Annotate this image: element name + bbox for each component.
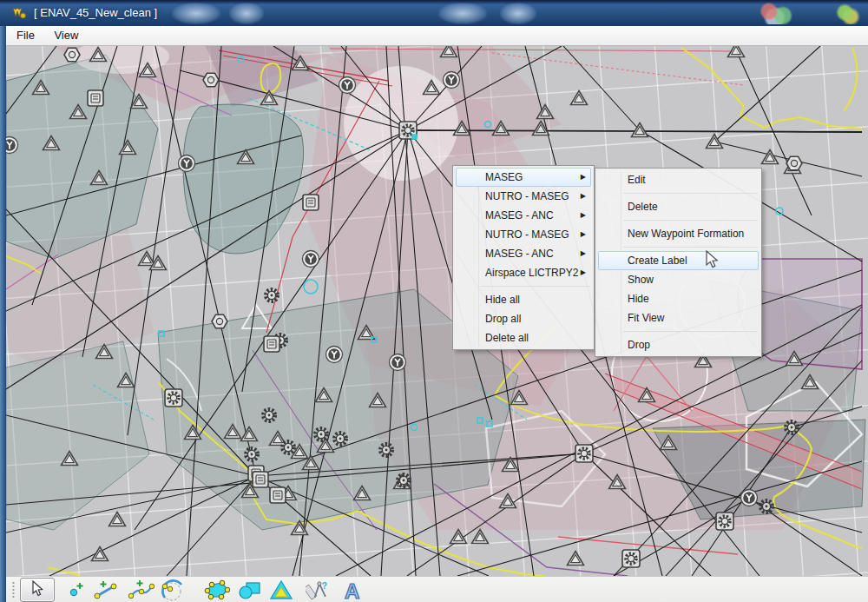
menu-view[interactable]: View [46, 26, 86, 46]
context-item-nutro-maseg[interactable]: NUTRO - MASEG ▶ [453, 187, 594, 206]
context-item-nutro-maseg-2[interactable]: NUTRO - MASEG ▶ [453, 225, 594, 244]
draw-shapes-tool[interactable] [237, 578, 263, 602]
add-polyline-tool[interactable] [128, 578, 155, 602]
add-segment-tool[interactable] [93, 578, 119, 602]
submenu-arrow-icon: ▶ [581, 187, 586, 206]
submenu-arrow-icon: ▶ [581, 263, 586, 282]
context-item-delete-all[interactable]: Delete all [453, 328, 594, 347]
menu-separator [623, 220, 758, 221]
app-icon[interactable] [11, 5, 27, 21]
toolbar-grip-handle[interactable] [12, 581, 15, 599]
context-item-maseg-anc-2[interactable]: MASEG - ANC ▶ [453, 244, 594, 263]
submenu-item-drop[interactable]: Drop [595, 335, 761, 354]
menu-bar: File View [0, 26, 868, 46]
submenu-item-edit[interactable]: Edit [595, 170, 761, 189]
desktop-icon-glow [172, 3, 220, 24]
desktop-icon-glow [229, 3, 264, 24]
draw-polygon-tool[interactable] [204, 578, 230, 602]
mouse-cursor [706, 250, 720, 269]
window-title: [ ENAV_45_New_clean ] [34, 6, 157, 19]
letter-a-icon: A [345, 579, 359, 602]
menu-separator [623, 331, 758, 332]
context-submenu: Edit Delete New Waypoint Formation Creat… [595, 168, 762, 357]
context-item-airspace-lictrpy2[interactable]: Airspace LICTRPY2 ▶ [453, 263, 594, 282]
context-item-maseg-anc[interactable]: MASEG - ANC ▶ [453, 206, 594, 225]
add-point-tool[interactable] [63, 578, 89, 602]
desktop-icon-glow [500, 3, 536, 24]
submenu-arrow-icon: ▶ [581, 244, 586, 263]
menu-separator [623, 193, 758, 194]
menu-file[interactable]: File [9, 26, 43, 46]
submenu-item-fit-view[interactable]: Fit View [595, 308, 761, 327]
context-item-hide-all[interactable]: Hide all [453, 290, 594, 309]
title-bar: [ ENAV_45_New_clean ] [0, 0, 868, 27]
drawing-toolbar: ? A [6, 576, 868, 602]
submenu-arrow-icon: ▶ [581, 168, 586, 187]
desktop-icon-glow [832, 3, 861, 24]
submenu-arrow-icon: ▶ [581, 206, 586, 225]
question-mark-icon: ? [322, 580, 327, 591]
submenu-item-show[interactable]: Show [595, 270, 761, 289]
context-menu: MASEG ▶ NUTRO - MASEG ▶ MASEG - ANC ▶ NU… [452, 165, 595, 350]
submenu-item-delete[interactable]: Delete [595, 197, 761, 216]
draw-triangle-tool[interactable] [268, 578, 294, 602]
add-arc-tool[interactable] [160, 578, 186, 602]
submenu-item-hide[interactable]: Hide [595, 289, 761, 308]
submenu-arrow-icon: ▶ [581, 225, 586, 244]
context-item-maseg[interactable]: MASEG ▶ [456, 168, 591, 187]
measure-help-tool[interactable]: ? [306, 578, 332, 602]
desktop-icon-glow [757, 3, 797, 24]
submenu-item-new-waypoint-formation[interactable]: New Waypoint Formation [595, 224, 761, 243]
context-item-drop-all[interactable]: Drop all [453, 309, 594, 328]
pointer-icon [21, 579, 52, 599]
desktop-icon-glow [438, 3, 487, 24]
submenu-item-create-label[interactable]: Create Label [598, 251, 759, 270]
select-pointer-button[interactable] [20, 578, 55, 602]
menu-separator [623, 247, 758, 248]
window-border-left [0, 26, 6, 602]
text-label-tool[interactable]: A [339, 578, 365, 602]
menu-separator [481, 286, 590, 287]
